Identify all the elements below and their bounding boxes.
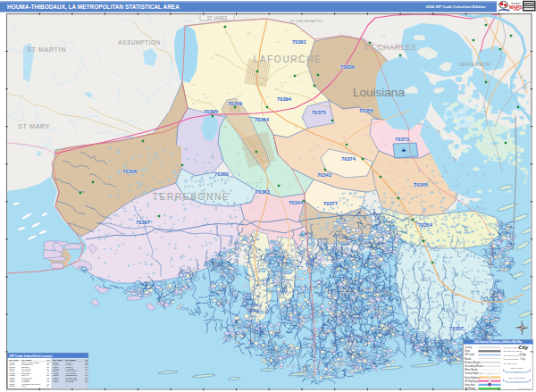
svg-text:70030: 70030 xyxy=(340,64,355,70)
svg-text:70354: 70354 xyxy=(418,222,433,228)
svg-text:ST CHARLES: ST CHARLES xyxy=(364,44,416,52)
svg-text:70374: 70374 xyxy=(341,156,356,162)
svg-text:70397: 70397 xyxy=(53,380,59,382)
svg-text:US Highways: US Highways xyxy=(465,379,479,383)
svg-text:Roads: Roads xyxy=(465,357,472,361)
svg-text:ZIP Code Index/Grid Locator: ZIP Code Index/Grid Locator xyxy=(9,354,53,358)
svg-text:70363: 70363 xyxy=(255,189,271,195)
svg-text:City: City xyxy=(521,357,526,361)
svg-text:70373: 70373 xyxy=(395,137,410,142)
svg-text:70357: 70357 xyxy=(449,326,464,331)
svg-text:City: City xyxy=(519,345,529,350)
svg-text:Minor Roads: Minor Roads xyxy=(465,368,478,371)
svg-text:ST MARY: ST MARY xyxy=(18,122,50,130)
svg-text:70359: 70359 xyxy=(9,385,15,387)
svg-text:70344: 70344 xyxy=(289,200,304,205)
svg-text:70364: 70364 xyxy=(255,117,270,122)
svg-text:ST JAMES: ST JAMES xyxy=(207,16,227,21)
svg-text:LAFOURCHE: LAFOURCHE xyxy=(253,54,322,64)
svg-text:THERIOT: THERIOT xyxy=(65,380,75,382)
svg-text:ZIP Code: ZIP Code xyxy=(465,353,474,356)
svg-text:Scale in Miles: Scale in Miles xyxy=(511,367,523,369)
svg-text:.com: .com xyxy=(514,8,520,12)
svg-text:70301: 70301 xyxy=(292,39,307,45)
svg-text:70359: 70359 xyxy=(228,101,243,106)
svg-text:70356: 70356 xyxy=(122,169,138,174)
svg-text:70360: 70360 xyxy=(214,171,229,177)
svg-text:ST MARTIN: ST MARTIN xyxy=(27,46,66,54)
svg-text:marketmaps.com: marketmaps.com xyxy=(517,388,532,389)
svg-text:Primary Roads: Primary Roads xyxy=(465,361,481,364)
svg-text:ST JOHN THE BAPTIST: ST JOHN THE BAPTIST xyxy=(290,20,322,23)
svg-text:2026 ZIP Code ColorCast Editio: 2026 ZIP Code ColorCast Edition xyxy=(426,4,486,9)
svg-text:Interstates: Interstates xyxy=(465,383,476,387)
svg-text:State: State xyxy=(465,349,471,353)
svg-text:City: City xyxy=(520,352,527,356)
svg-text:JEFFERSON: JEFFERSON xyxy=(458,62,490,67)
svg-text:70345: 70345 xyxy=(414,182,429,188)
svg-text:TERREBONNE: TERREBONNE xyxy=(153,192,230,202)
svg-text:70394: 70394 xyxy=(277,96,292,102)
svg-text:70343: 70343 xyxy=(317,172,332,178)
svg-text:70375: 70375 xyxy=(312,110,327,115)
svg-text:70395: 70395 xyxy=(204,109,219,114)
svg-text:Louisiana: Louisiana xyxy=(353,86,405,99)
svg-text:70355: 70355 xyxy=(359,108,374,113)
svg-text:County: County xyxy=(465,346,473,349)
svg-text:70377: 70377 xyxy=(323,201,338,206)
svg-text:70397: 70397 xyxy=(136,220,150,225)
svg-text:ASSUMPTION: ASSUMPTION xyxy=(118,39,160,46)
svg-text:Scale in Kilometers: Scale in Kilometers xyxy=(508,377,526,379)
svg-text:GRAY: GRAY xyxy=(21,385,28,387)
svg-text:HOUMA-THIBODAUX, LA METROPOLIT: HOUMA-THIBODAUX, LA METROPOLITAN STATIST… xyxy=(7,4,180,11)
svg-text:2026 Houma-Thibodaux, LA Metro: 2026 Houma-Thibodaux, LA Metro Wall Map xyxy=(474,340,523,344)
